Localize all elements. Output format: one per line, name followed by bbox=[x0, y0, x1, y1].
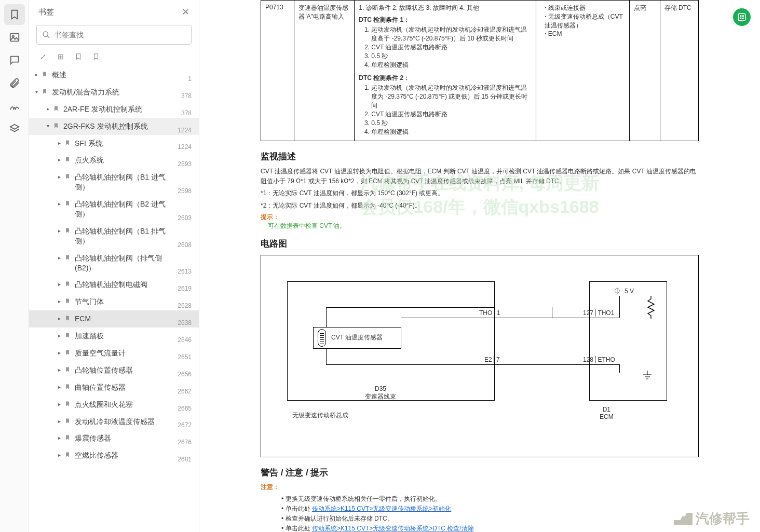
svg-rect-11 bbox=[742, 18, 744, 19]
bookmark-page: 2603 bbox=[178, 214, 192, 222]
bookmark-icon bbox=[64, 366, 72, 374]
bookmark-item[interactable]: ▸发动机冷却液温度传感器2672 bbox=[29, 413, 199, 430]
bookmark-icon bbox=[64, 451, 72, 459]
bookmark-item[interactable]: ▸空燃比传感器2681 bbox=[29, 447, 199, 464]
caret-icon[interactable]: ▸ bbox=[58, 435, 64, 441]
hint-label: 提示： bbox=[261, 213, 699, 222]
bookmark-label: 节气门体 bbox=[75, 297, 189, 307]
bookmarks-sidebar: 书签 ✕ ⤢ ⊞ ▸概述1▾发动机/混合动力系统378▸2AR-FE 发动机控制… bbox=[29, 0, 199, 532]
bookmark-icon bbox=[64, 280, 72, 289]
caret-icon[interactable]: ▸ bbox=[58, 298, 64, 304]
bookmark-label: 质量空气流量计 bbox=[75, 348, 189, 358]
bookmark-label: 点火系统 bbox=[75, 155, 189, 165]
bookmark-item[interactable]: ▸凸轮轴机油控制电磁阀2619 bbox=[29, 276, 199, 293]
caret-icon[interactable]: ▾ bbox=[35, 89, 42, 94]
bookmark-item[interactable]: ▸凸轮轴机油控制阀（B1 排气侧）2608 bbox=[29, 223, 199, 250]
bookmark-icon bbox=[42, 71, 49, 79]
dtc-causes: 线束或连接器 无级变速传动桥总成（CVT 油温传感器） ECM bbox=[536, 1, 630, 141]
caret-icon[interactable]: ▸ bbox=[58, 140, 64, 146]
bookmark-item[interactable]: ▸凸轮轴机油控制阀（B1 进气侧）2598 bbox=[29, 169, 199, 196]
caret-icon[interactable]: ▸ bbox=[58, 316, 64, 321]
bookmark-search-input[interactable] bbox=[36, 25, 192, 45]
bookmark-icon[interactable] bbox=[74, 52, 83, 61]
monitor-desc-2: *1：无论实际 CVT 油温度如何，都显示为 150°C (302°F) 或更高… bbox=[261, 188, 699, 198]
svg-rect-9 bbox=[742, 15, 744, 17]
bookmark-item[interactable]: ▸质量空气流量计2651 bbox=[29, 345, 199, 362]
floating-action-button[interactable] bbox=[733, 8, 751, 26]
caret-icon[interactable]: ▾ bbox=[47, 123, 53, 129]
bookmark-icon bbox=[64, 315, 72, 323]
bookmark-label: 发动机/混合动力系统 bbox=[52, 87, 189, 97]
bookmark-item[interactable]: ▾发动机/混合动力系统378 bbox=[29, 84, 199, 101]
bookmark-item[interactable]: ▸SFI 系统1224 bbox=[29, 135, 199, 152]
bookmark-icon bbox=[64, 227, 72, 235]
svg-rect-10 bbox=[740, 18, 741, 19]
caret-icon[interactable]: ▸ bbox=[58, 281, 64, 287]
caret-icon[interactable]: ▸ bbox=[35, 72, 42, 77]
note-link[interactable]: 传动系统>K115 CVT>无级变速传动桥系统>初始化 bbox=[312, 505, 451, 512]
attachment-icon[interactable] bbox=[4, 73, 25, 93]
bookmark-item[interactable]: ▸概述1 bbox=[29, 66, 199, 84]
bookmark-item[interactable]: ▸节气门体2628 bbox=[29, 293, 199, 310]
bookmark-item[interactable]: ▸ECM2638 bbox=[29, 310, 199, 328]
bookmark-item[interactable]: ▸点火系统2593 bbox=[29, 152, 199, 169]
search-icon bbox=[42, 31, 50, 39]
bookmark-item[interactable]: ▸曲轴位置传感器2662 bbox=[29, 379, 199, 396]
bookmark-label: 2GR-FKS 发动机控制系统 bbox=[63, 121, 189, 131]
note-link[interactable]: 传动系统>K115 CVT>无级变速传动桥系统>DTC 检查/清除 bbox=[312, 525, 474, 532]
caret-icon[interactable]: ▸ bbox=[58, 350, 64, 356]
bookmark-item[interactable]: ▸凸轮轴位置传感器2656 bbox=[29, 362, 199, 379]
caret-icon[interactable]: ▸ bbox=[58, 174, 64, 180]
caret-icon[interactable]: ▸ bbox=[58, 228, 64, 234]
bookmark-item[interactable]: ▸加速踏板2646 bbox=[29, 328, 199, 345]
bookmark-page: 2651 bbox=[178, 353, 192, 361]
bookmark-page: 378 bbox=[181, 110, 192, 117]
hint-text: 可在数据表中检查 CVT 油。 bbox=[268, 222, 699, 230]
bookmark-page: 2672 bbox=[178, 421, 192, 429]
caret-icon[interactable]: ▸ bbox=[58, 333, 64, 338]
caret-icon[interactable]: ▸ bbox=[58, 157, 64, 162]
caret-icon[interactable]: ▸ bbox=[58, 255, 64, 261]
caret-icon[interactable]: ▸ bbox=[58, 367, 64, 373]
add-bookmark-icon[interactable]: ⊞ bbox=[56, 52, 65, 61]
bookmark-label: 爆震传感器 bbox=[75, 433, 189, 443]
bookmark-tab-icon[interactable] bbox=[4, 4, 25, 25]
bookmark-item[interactable]: ▸凸轮轴机油控制阀（排气侧 (B2)）2613 bbox=[29, 250, 199, 277]
bookmark-label: 加速踏板 bbox=[75, 331, 189, 341]
bookmark-tree[interactable]: ▸概述1▾发动机/混合动力系统378▸2AR-FE 发动机控制系统378▾2GR… bbox=[29, 66, 199, 532]
bookmark-item[interactable]: ▸凸轮轴机油控制阀（B2 进气侧）2603 bbox=[29, 196, 199, 223]
bookmark-page: 2662 bbox=[178, 388, 192, 395]
bookmark-item[interactable]: ▸点火线圈和火花塞2665 bbox=[29, 396, 199, 413]
caret-icon[interactable]: ▸ bbox=[47, 106, 53, 112]
comment-icon[interactable] bbox=[4, 50, 25, 71]
caret-icon[interactable]: ▸ bbox=[58, 452, 64, 458]
bookmark-page: 2665 bbox=[178, 405, 192, 412]
bookmark-icon bbox=[64, 173, 72, 181]
expand-all-icon[interactable]: ⤢ bbox=[38, 52, 48, 61]
bookmark-item[interactable]: ▸爆震传感器2676 bbox=[29, 430, 199, 447]
dtc-mil: 点亮 bbox=[630, 1, 660, 141]
bookmark-outline-icon[interactable] bbox=[91, 52, 101, 61]
caret-icon[interactable]: ▸ bbox=[58, 384, 64, 390]
bookmark-label: 曲轴位置传感器 bbox=[75, 383, 189, 392]
bookmark-page: 1 bbox=[188, 75, 192, 83]
note-item: 单击此处 传动系统>K115 CVT>无级变速传动桥系统>初始化 bbox=[281, 504, 699, 513]
signature-icon[interactable] bbox=[4, 96, 25, 116]
search-field[interactable] bbox=[55, 31, 186, 39]
bookmark-item[interactable]: ▾2GR-FKS 发动机控制系统1224 bbox=[29, 118, 199, 135]
bookmark-page: 2646 bbox=[178, 336, 192, 344]
bookmark-page: 2608 bbox=[178, 241, 192, 249]
dtc-conditions: 1. 诊断条件 2. 故障状态 3. 故障时间 4. 其他 DTC 检测条件 1… bbox=[355, 1, 536, 141]
close-icon[interactable]: ✕ bbox=[182, 6, 189, 18]
document-viewport[interactable]: 汽修帮手在线资料库, 每周更新 会员仅168/年，微信qxbs1688 P071… bbox=[199, 0, 760, 532]
image-icon[interactable] bbox=[4, 27, 25, 48]
bookmark-item[interactable]: ▸2AR-FE 发动机控制系统378 bbox=[29, 101, 199, 118]
bookmark-icon bbox=[64, 349, 72, 357]
bookmark-icon bbox=[64, 200, 72, 208]
caret-icon[interactable]: ▸ bbox=[58, 401, 64, 407]
caret-icon[interactable]: ▸ bbox=[58, 418, 64, 424]
caret-icon[interactable]: ▸ bbox=[58, 201, 64, 207]
layers-icon[interactable] bbox=[4, 118, 25, 139]
bookmark-icon bbox=[53, 105, 60, 113]
brand-watermark: 汽修帮手 bbox=[674, 510, 750, 528]
